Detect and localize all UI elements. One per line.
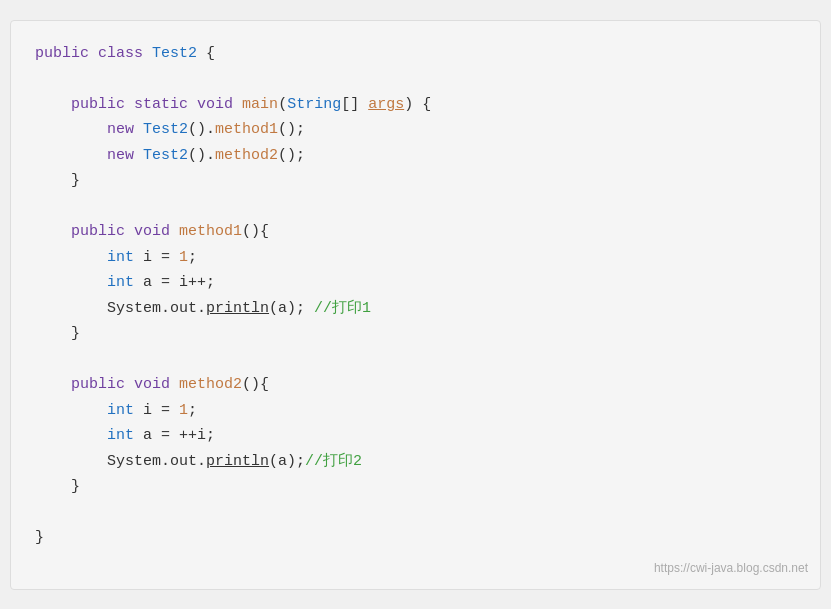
code-line-15: int i = 1; [35,398,796,424]
watermark: https://cwi-java.blog.csdn.net [654,558,808,578]
code-line-16: int a = ++i; [35,423,796,449]
code-line-2 [35,66,796,92]
code-line-17: System.out.println(a);//打印2 [35,449,796,475]
code-line-12: } [35,321,796,347]
code-line-9: int i = 1; [35,245,796,271]
code-line-7 [35,194,796,220]
code-line-13 [35,347,796,373]
code-line-4: new Test2().method1(); [35,117,796,143]
code-line-5: new Test2().method2(); [35,143,796,169]
code-line-14: public void method2(){ [35,372,796,398]
code-line-11: System.out.println(a); //打印1 [35,296,796,322]
code-line-8: public void method1(){ [35,219,796,245]
code-line-20: } [35,525,796,551]
code-line-18: } [35,474,796,500]
code-line-19 [35,500,796,526]
code-line-3: public static void main(String[] args) { [35,92,796,118]
code-block: public class Test2 { public static void … [10,20,821,590]
code-line-10: int a = i++; [35,270,796,296]
code-line-1: public class Test2 { [35,41,796,67]
code-line-6: } [35,168,796,194]
